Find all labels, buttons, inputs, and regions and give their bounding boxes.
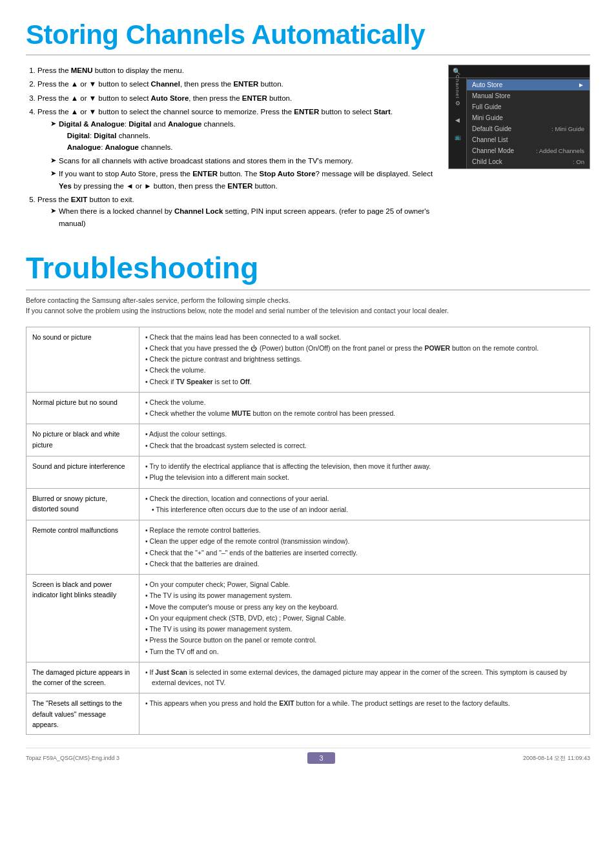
intro-line2: If you cannot solve the problem using th… (26, 307, 449, 314)
list-item: Clean the upper edge of the remote contr… (145, 536, 584, 546)
note-channel-lock-text: When there is a locked channel by Channe… (59, 205, 435, 229)
tv-menu-body: Channel ⚙ ◀ 📺 Auto Store ► Manual Store … (449, 78, 590, 169)
list-item: Check that you have pressed the ⏻ (Power… (145, 343, 584, 353)
note-digital-analogue: ➤ Digital & Analogue: Digital and Analog… (50, 118, 435, 154)
list-item: Plug the television into a different mai… (145, 472, 584, 482)
step-5: Press the EXIT button to exit. ➤ When th… (37, 194, 435, 229)
note-stop: ➤ If you want to stop Auto Store, press … (50, 168, 435, 192)
tv-menu-label-channelmode: Channel Mode (472, 147, 514, 154)
issue-screen-black-blink: Screen is black and power indicator ligh… (26, 575, 139, 662)
list-item: Check that the "+" and "–" ends of the b… (145, 548, 584, 558)
troubleshoot-intro: Before contacting the Samsung after-sale… (26, 296, 590, 316)
tv-menu-label-channellist: Channel List (472, 136, 508, 143)
solutions-list: Replace the remote control batteries. Cl… (145, 525, 584, 569)
table-row: Blurred or snowy picture, distorted soun… (26, 488, 590, 520)
solutions-list: On your computer check; Power, Signal Ca… (145, 579, 584, 657)
tv-menu-label-fullguide: Full Guide (472, 103, 502, 110)
solutions-list: This appears when you press and hold the… (145, 698, 584, 708)
arrow-icon-4: ➤ (50, 205, 56, 229)
list-item: On your equipment check (STB, DVD, etc) … (145, 613, 584, 623)
tv-menu-label-childlock: Child Lock (472, 158, 502, 165)
list-item: Check the direction, location and connec… (145, 493, 584, 504)
tv-menu-items-list: Auto Store ► Manual Store Full Guide Min… (467, 78, 590, 169)
troubleshoot-table: No sound or picture Check that the mains… (26, 327, 590, 735)
note-scans-text: Scans for all channels with active broad… (59, 155, 435, 167)
note-scans: ➤ Scans for all channels with active bro… (50, 155, 435, 167)
list-item: Turn the TV off and on. (145, 646, 584, 657)
arrow-icon: ➤ (50, 118, 56, 154)
top-section: Press the MENU button to display the men… (26, 65, 590, 231)
list-item: The TV is using its power management sys… (145, 624, 584, 634)
tv-icon-2: ◀ (452, 114, 464, 126)
list-item: If Just Scan is selected in some externa… (145, 667, 584, 688)
table-row: Sound and picture interference Try to id… (26, 456, 590, 488)
tv-menu-item-channellist: Channel List (467, 134, 590, 145)
arrow-icon-2: ➤ (50, 155, 56, 167)
list-item: Try to identify the electrical appliance… (145, 461, 584, 471)
tv-menu-item-channelmode: Channel Mode : Added Channels (467, 145, 590, 156)
solutions-normal-picture-no-sound: Check the volume. Check whether the volu… (139, 392, 590, 424)
section1-title: Storing Channels Automatically (26, 19, 590, 56)
list-item: Check that the mains lead has been conne… (145, 332, 584, 342)
table-row: No picture or black and white picture Ad… (26, 424, 590, 456)
tv-menu-value-channelmode: : Added Channels (536, 147, 584, 154)
tv-menu-label-miniguide: Mini Guide (472, 114, 503, 121)
note-stop-text: If you want to stop Auto Store, press th… (59, 168, 435, 192)
tv-menu-item-miniguide: Mini Guide (467, 112, 590, 123)
note-channel-lock: ➤ When there is a locked channel by Chan… (50, 205, 435, 229)
tv-menu-arrow-autostore: ► (578, 81, 584, 88)
step-2: Press the ▲ or ▼ button to select Channe… (37, 78, 435, 90)
issue-remote-control: Remote control malfunctions (26, 520, 139, 575)
table-row: Remote control malfunctions Replace the … (26, 520, 590, 575)
tv-icon-1: ⚙ (452, 97, 464, 109)
trouble-table-body: No sound or picture Check that the mains… (26, 327, 590, 735)
issue-sound-picture-interference: Sound and picture interference (26, 456, 139, 488)
solutions-list: Check the direction, location and connec… (145, 493, 584, 515)
solutions-remote-control: Replace the remote control batteries. Cl… (139, 520, 590, 575)
note-text: Digital & Analogue: Digital and Analogue… (59, 118, 435, 154)
issue-normal-picture-no-sound: Normal picture but no sound (26, 392, 139, 424)
solutions-blurred-snowy: Check the direction, location and connec… (139, 488, 590, 520)
list-item: Check the volume. (145, 365, 584, 375)
list-item: Check if TV Speaker is set to Off. (145, 376, 584, 387)
step-1: Press the MENU button to display the men… (37, 65, 435, 76)
list-item: On your computer check; Power, Signal Ca… (145, 579, 584, 590)
solutions-sound-picture-interference: Try to identify the electrical appliance… (139, 456, 590, 488)
solutions-damaged-picture: If Just Scan is selected in some externa… (139, 662, 590, 693)
list-item: Press the Source button on the panel or … (145, 635, 584, 645)
footer: Topaz F59A_QSG(CMS)-Eng.indd 3 3 2008-08… (26, 748, 590, 764)
issue-no-sound-picture: No sound or picture (26, 327, 139, 392)
list-item: Adjust the colour settings. (145, 429, 584, 439)
list-item: This interference often occurs due to th… (145, 504, 584, 515)
tv-menu-value-childlock: : On (573, 158, 584, 165)
issue-no-picture-bw: No picture or black and white picture (26, 424, 139, 456)
solutions-screen-black-blink: On your computer check; Power, Signal Ca… (139, 575, 590, 662)
list-item: Check the volume. (145, 397, 584, 407)
tv-menu-item-autostore: Auto Store ► (467, 79, 590, 90)
solutions-list: If Just Scan is selected in some externa… (145, 667, 584, 688)
step-4: Press the ▲ or ▼ button to select the ch… (37, 106, 435, 192)
intro-line1: Before contacting the Samsung after-sale… (26, 296, 291, 304)
arrow-icon-3: ➤ (50, 168, 56, 192)
table-row: Normal picture but no sound Check the vo… (26, 392, 590, 424)
footer-page-number: 3 (307, 752, 334, 764)
list-item: The TV is using its power management sys… (145, 590, 584, 600)
list-item: Check whether the volume MUTE button on … (145, 408, 584, 418)
tv-menu-screenshot: 🔍 Channel ⚙ ◀ 📺 Auto Store ► Manual Stor… (448, 65, 590, 169)
steps-list: Press the MENU button to display the men… (26, 65, 435, 229)
issue-blurred-snowy: Blurred or snowy picture, distorted soun… (26, 488, 139, 520)
solutions-list: Try to identify the electrical appliance… (145, 461, 584, 483)
solutions-no-sound-picture: Check that the mains lead has been conne… (139, 327, 590, 392)
instructions: Press the MENU button to display the men… (26, 65, 435, 229)
table-row: No sound or picture Check that the mains… (26, 327, 590, 392)
instructions-col: Press the MENU button to display the men… (26, 65, 435, 231)
list-item: Check that the broadcast system selected… (145, 440, 584, 451)
list-item: Move the computer's mouse or press any k… (145, 602, 584, 612)
tv-menu-label-defaultguide: Default Guide (472, 125, 511, 132)
step-3: Press the ▲ or ▼ button to select Auto S… (37, 92, 435, 104)
footer-right-text: 2008-08-14 오전 11:09:43 (523, 754, 590, 763)
tv-menu-value-defaultguide: : Mini Guide (551, 125, 584, 132)
tv-icon-3: 📺 (452, 131, 464, 143)
tv-menu-top-bar: 🔍 (449, 65, 590, 78)
solutions-list: Adjust the colour settings. Check that t… (145, 429, 584, 451)
